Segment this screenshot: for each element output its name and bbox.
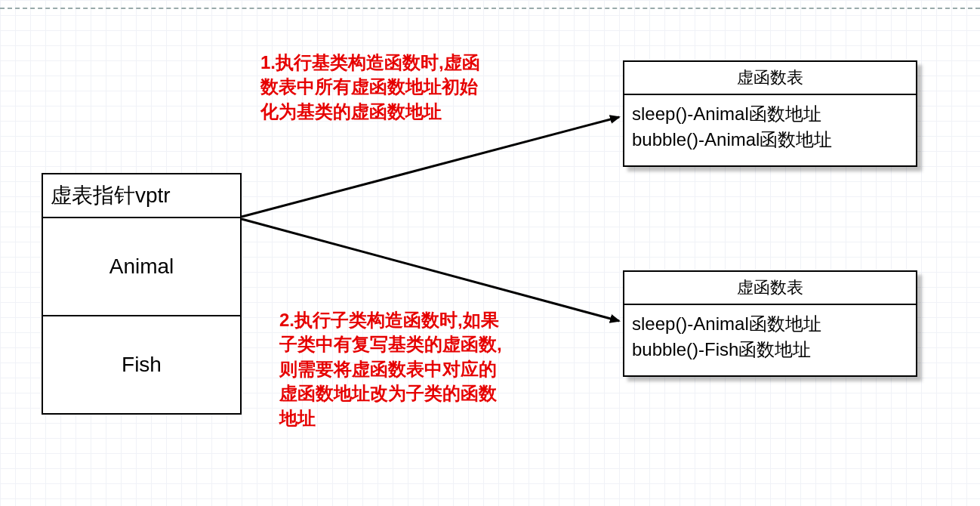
vtable-derived-body: sleep()-Animal函数地址 bubble()-Fish函数地址 <box>624 305 916 375</box>
vtable-base-body: sleep()-Animal函数地址 bubble()-Animal函数地址 <box>624 95 916 165</box>
vtable-base-entry-sleep: sleep()-Animal函数地址 <box>632 101 908 127</box>
vtable-base-entry-bubble: bubble()-Animal函数地址 <box>632 127 908 153</box>
arrow-to-derived-vtable <box>242 219 619 321</box>
animal-cell: Animal <box>42 218 242 316</box>
object-layout-box: 虚表指针vptr Animal Fish <box>42 173 242 415</box>
fish-cell: Fish <box>42 316 242 415</box>
vptr-header-text: 虚表指针vptr <box>51 181 171 210</box>
vtable-derived-entry-sleep: sleep()-Animal函数地址 <box>632 311 908 337</box>
vtable-derived-entry-bubble: bubble()-Fish函数地址 <box>632 337 908 363</box>
vtable-base: 虚函数表 sleep()-Animal函数地址 bubble()-Animal函… <box>623 60 917 167</box>
animal-cell-text: Animal <box>109 255 174 279</box>
vptr-header-cell: 虚表指针vptr <box>42 173 242 218</box>
arrow-to-base-vtable <box>242 117 619 217</box>
vtable-derived: 虚函数表 sleep()-Animal函数地址 bubble()-Fish函数地… <box>623 270 917 377</box>
fish-cell-text: Fish <box>122 353 162 377</box>
page-divider <box>0 8 980 9</box>
annotation-base-constructor: 1.执行基类构造函数时,虚函 数表中所有虚函数地址初始 化为基类的虚函数地址 <box>260 51 510 124</box>
vtable-derived-title: 虚函数表 <box>624 272 916 305</box>
annotation-derived-constructor: 2.执行子类构造函数时,如果 子类中有复写基类的虚函数, 则需要将虚函数表中对应… <box>279 308 529 430</box>
vtable-base-title: 虚函数表 <box>624 62 916 95</box>
